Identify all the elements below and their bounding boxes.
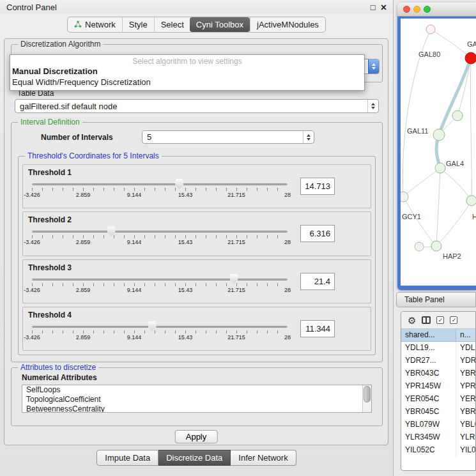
network-node[interactable] bbox=[466, 196, 476, 206]
cell-shared-name[interactable]: YLR345W bbox=[401, 431, 456, 444]
table-row[interactable]: YBR045CYBR0... bbox=[401, 406, 475, 418]
close-traffic-light-icon[interactable] bbox=[403, 6, 410, 13]
cell-name[interactable]: YER0... bbox=[456, 393, 475, 406]
table-row[interactable]: YDR27...YDR2... bbox=[401, 355, 475, 367]
numerical-attributes-list[interactable]: SelfLoopsTopologicalCoefficientBetweenne… bbox=[22, 385, 372, 413]
tab-infer-network[interactable]: Infer Network bbox=[231, 450, 296, 466]
network-node[interactable] bbox=[426, 25, 435, 34]
slider-track[interactable] bbox=[32, 231, 288, 233]
table-row[interactable]: YIL052CYIL0... bbox=[401, 444, 475, 457]
column-header-name[interactable]: n... bbox=[456, 329, 475, 341]
tab-impute-data[interactable]: Impute Data bbox=[96, 450, 158, 466]
tab-select[interactable]: Select bbox=[154, 17, 190, 32]
table-row[interactable]: YBR043CYBR0... bbox=[401, 367, 475, 380]
group-title: Threshold's Coordinates for 5 Intervals bbox=[25, 151, 162, 160]
window-title: Control Panel bbox=[6, 3, 57, 12]
cell-shared-name[interactable]: YDR27... bbox=[401, 355, 456, 367]
network-node[interactable] bbox=[465, 52, 476, 64]
cell-shared-name[interactable]: YBR045C bbox=[401, 406, 456, 418]
tick-label: -3.426 bbox=[24, 287, 40, 293]
slider-track[interactable] bbox=[32, 279, 288, 280]
table-data-combobox[interactable]: galFiltered.sif default node bbox=[15, 99, 379, 113]
tab-jactivemnodules[interactable]: jActiveMNodules bbox=[250, 17, 325, 32]
tab-network[interactable]: Network bbox=[68, 17, 122, 32]
attribute-list-item[interactable]: BetweennessCentrality bbox=[22, 404, 371, 413]
cell-shared-name[interactable]: YDL19... bbox=[401, 342, 456, 355]
checkbox-icon[interactable]: ✓ bbox=[436, 316, 444, 324]
cyni-toolbox-panel: Discretization Algorithm Select algorith… bbox=[4, 38, 388, 445]
threshold-block: Threshold 2-3.4262.8599.14415.4321.71528… bbox=[22, 211, 371, 256]
dropdown-option-manual-discretization[interactable]: Manual Discretization bbox=[10, 66, 364, 77]
table-panel-header[interactable]: Table Panel bbox=[396, 292, 476, 307]
cell-name[interactable]: YBL0... bbox=[456, 418, 475, 431]
table-body: YDL19...YDL1...YDR27...YDR2...YBR043CYBR… bbox=[401, 342, 475, 457]
tab-cyni-toolbox[interactable]: Cyni Toolbox bbox=[190, 17, 250, 32]
network-window-titlebar[interactable] bbox=[397, 3, 476, 17]
minimize-traffic-light-icon[interactable] bbox=[413, 6, 420, 13]
network-node[interactable] bbox=[435, 163, 445, 173]
network-canvas[interactable]: GAL80GAGAL11GAL4GCY1HHAP2 bbox=[401, 19, 476, 286]
network-node-label: GAL11 bbox=[407, 127, 428, 135]
float-window-icon[interactable]: □ bbox=[371, 3, 376, 12]
slider-track[interactable] bbox=[32, 183, 288, 185]
table-row[interactable]: YER054CYER0... bbox=[401, 393, 475, 406]
tab-discretize-data[interactable]: Discretize Data bbox=[158, 450, 231, 466]
slider-track[interactable] bbox=[32, 326, 288, 328]
threshold-value-field[interactable]: 21.4 bbox=[300, 273, 335, 290]
attribute-list-item[interactable]: TopologicalCoefficient bbox=[22, 395, 371, 404]
table-row[interactable]: YBL079WYBL0... bbox=[401, 418, 475, 431]
column-header-shared-name[interactable]: shared... bbox=[401, 329, 456, 341]
checkbox-icon[interactable]: ✓ bbox=[450, 316, 457, 324]
cell-name[interactable]: YLR3... bbox=[456, 431, 475, 444]
threshold-value-field[interactable]: 14.713 bbox=[300, 178, 335, 195]
network-node[interactable] bbox=[401, 192, 408, 202]
gear-icon[interactable]: ⚙ bbox=[408, 316, 416, 325]
tick-label: 2.859 bbox=[76, 334, 91, 341]
list-scrollbar[interactable] bbox=[362, 385, 371, 412]
threshold-slider[interactable]: -3.4262.8599.14415.4321.71528 bbox=[32, 231, 288, 246]
network-node[interactable] bbox=[431, 241, 441, 251]
cell-name[interactable]: YPR1... bbox=[456, 380, 475, 393]
number-of-intervals-combobox[interactable]: 5 bbox=[142, 130, 314, 144]
cell-name[interactable]: YBR0... bbox=[456, 367, 475, 380]
apply-button[interactable]: Apply bbox=[175, 430, 218, 443]
close-window-icon[interactable]: × bbox=[381, 3, 387, 12]
cell-shared-name[interactable]: YPR145W bbox=[401, 380, 456, 393]
cell-name[interactable]: YDL1... bbox=[456, 342, 475, 355]
bottom-tab-bar: Impute Data Discretize Data Infer Networ… bbox=[0, 450, 393, 466]
tick-label: 21.715 bbox=[227, 334, 245, 341]
cell-shared-name[interactable]: YER054C bbox=[401, 393, 456, 406]
thresholds-list: Threshold 1-3.4262.8599.14415.4321.71528… bbox=[22, 164, 371, 351]
network-view-window: GAL80GAGAL11GAL4GCY1HHAP2 bbox=[397, 3, 476, 290]
table-row[interactable]: YPR145WYPR1... bbox=[401, 380, 475, 393]
cell-shared-name[interactable]: YIL052C bbox=[401, 444, 456, 457]
threshold-value-field[interactable]: 11.344 bbox=[300, 320, 335, 337]
threshold-label: Threshold 3 bbox=[28, 263, 365, 272]
cell-shared-name[interactable]: YBR043C bbox=[401, 367, 456, 380]
zoom-traffic-light-icon[interactable] bbox=[424, 6, 431, 13]
cell-name[interactable]: YDR2... bbox=[456, 355, 475, 367]
tab-style[interactable]: Style bbox=[122, 17, 154, 32]
threshold-value-field[interactable]: 6.316 bbox=[300, 225, 335, 242]
control-panel-titlebar[interactable]: Control Panel □ × bbox=[0, 0, 393, 14]
scrollbar-thumb[interactable] bbox=[364, 386, 371, 403]
dropdown-option-equal-width-frequency[interactable]: Equal Width/Frequency Discretization bbox=[10, 77, 364, 88]
threshold-slider[interactable]: -3.4262.8599.14415.4321.71528 bbox=[32, 279, 288, 294]
attribute-list-item[interactable]: SelfLoops bbox=[22, 385, 371, 395]
network-node[interactable] bbox=[452, 111, 463, 121]
network-node-label: GAL4 bbox=[446, 160, 464, 167]
cell-shared-name[interactable]: YBL079W bbox=[401, 418, 456, 431]
tick-label: -3.426 bbox=[24, 192, 40, 198]
network-node[interactable] bbox=[433, 129, 445, 141]
network-node-label: H bbox=[472, 213, 476, 220]
top-tab-bar: Network Style Select Cyni Toolbox jActiv… bbox=[0, 14, 393, 35]
network-node[interactable] bbox=[415, 242, 424, 251]
cell-name[interactable]: YIL0... bbox=[456, 444, 475, 457]
threshold-slider[interactable]: -3.4262.8599.14415.4321.71528 bbox=[32, 326, 288, 341]
column-view-icon[interactable] bbox=[422, 316, 431, 324]
table-row[interactable]: YLR345WYLR3... bbox=[401, 431, 475, 444]
cell-name[interactable]: YBR0... bbox=[456, 406, 475, 418]
table-row[interactable]: YDL19...YDL1... bbox=[401, 342, 475, 355]
threshold-slider[interactable]: -3.4262.8599.14415.4321.71528 bbox=[32, 183, 288, 199]
slider-ticks bbox=[32, 235, 288, 238]
